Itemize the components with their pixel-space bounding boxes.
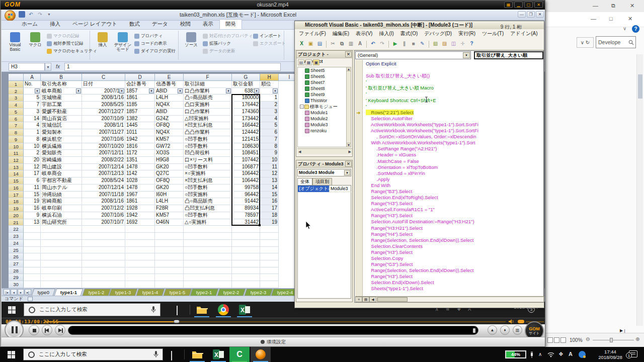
stop-button[interactable] [29,325,39,335]
cell-A30[interactable] [24,281,41,288]
dropbox-icon[interactable]: ❖ [558,351,564,357]
cell-A18[interactable]: 19 [24,198,41,205]
row-header-12[interactable]: 12 [9,157,24,164]
zoom-slider-thumb[interactable] [610,338,613,342]
close-icon[interactable]: ✕ [345,161,352,167]
cell-G15[interactable]: 106442 [232,177,260,185]
cell-E14[interactable]: Q27C [155,170,184,177]
tab-データ[interactable]: データ [146,19,174,29]
cell-C5[interactable]: 2007/12/27 [82,109,125,116]
cell-I28[interactable] [260,267,279,275]
cell-G25[interactable] [232,247,260,254]
cell-I27[interactable] [260,260,279,267]
refresh-icon[interactable]: ∨ ↻ [577,37,594,48]
row-header-7[interactable]: 7 [9,122,24,129]
cell-G21[interactable]: 31442 [232,219,260,226]
cell-F13[interactable]: ○凹手数料 [184,164,232,171]
cell-B12[interactable]: 宮崎繊維 [41,157,82,164]
cell-E8[interactable]: NQ4X [155,129,184,136]
cell-I21[interactable] [260,219,279,226]
help-icon[interactable]: ? [632,25,639,33]
cell-D15[interactable]: 1028 [125,177,155,185]
cell-A15[interactable]: 6 [24,177,41,185]
tab-表示[interactable]: 表示 [197,19,219,29]
cell-F7[interactable]: ×凹支払利息 [184,122,232,129]
cell-F17[interactable]: ○凹実施料 [184,192,232,199]
cell-B24[interactable] [41,240,82,247]
cell-G4[interactable]: 176442 [232,102,260,109]
cell-F19[interactable]: 凸凹支払利息 [184,205,232,212]
file-explorer-icon[interactable] [187,347,207,362]
cell-B20[interactable]: 横浜石油 [41,212,82,219]
cell-I22[interactable] [260,226,279,233]
cell-A20[interactable]: 9 [24,212,41,219]
macro-button[interactable]: マクロ [26,32,45,54]
cell-C21[interactable]: 2007/10/7 [82,219,125,226]
full-view-icon[interactable]: ▤ [362,297,369,302]
cell-I2[interactable] [260,88,279,95]
cell-B4[interactable]: 宇部工業 [41,102,82,109]
cell-B6[interactable]: 岡山百貨店 [41,116,82,123]
cell-A17[interactable]: 15 [24,192,41,199]
cell-G8[interactable]: 124442 [232,129,260,136]
cell-G19[interactable]: 89934 [232,205,260,212]
cell-B14[interactable]: 岐阜商会 [41,170,82,177]
code-text[interactable]: Option Explicit Sub 取引並び替え_大きい順()'' 取引並び… [363,60,543,296]
menu-挿入(I)[interactable]: 挿入(I) [379,30,393,37]
cell-A29[interactable] [24,274,41,281]
cell-D28[interactable] [125,267,155,275]
panel-button[interactable]: ▦ [504,2,513,8]
code-margin[interactable]: ➜ [355,60,363,296]
filter-dropdown-icon[interactable]: ▼ [35,88,40,94]
cell-E20[interactable]: KM57 [155,212,184,219]
hscroll-track[interactable] [377,297,544,302]
cell-B9[interactable]: 横浜航空 [41,136,82,143]
row-header-17[interactable]: 17 [9,192,24,199]
tree-item-Module1[interactable]: Module1 [298,110,347,116]
cell-G12[interactable]: 107442 [232,157,260,164]
tab-挿入[interactable]: 挿入 [44,19,66,29]
cell-I25[interactable] [260,247,279,254]
ribbon-small-拡張パック[interactable]: 拡張パック [203,40,231,47]
tree-item-標準モジュー[interactable]: -標準モジュー [298,104,347,110]
filter-dropdown-icon[interactable]: ▼ [254,88,259,94]
name-box[interactable]: H3 [9,63,45,71]
hscroll-thumb[interactable] [377,297,408,302]
tree-item-Sheet5[interactable]: Sheet5 [298,67,347,73]
cell-G23[interactable] [232,233,260,240]
find-icon[interactable]: A [356,40,364,48]
cell-I29[interactable] [260,274,279,281]
row-header-11[interactable]: 11 [9,150,24,157]
cell-C9[interactable]: 2007/10/6 [82,136,125,143]
undo-icon[interactable]: ↶ [369,40,377,48]
cell-F30[interactable] [184,281,232,288]
cell-D12[interactable]: 1351 [125,157,155,164]
zoom-in-icon[interactable]: ⊕ [635,336,639,342]
cell-B17[interactable]: 沖縄紡績 [41,192,82,199]
filter-dropdown-icon[interactable]: ▼ [226,88,231,94]
row-header-19[interactable]: 19 [9,205,24,212]
cell-G5[interactable]: 174360 [232,109,260,116]
ribbon-small-プロパティ[interactable]: プロパティ [134,32,163,40]
col-header-C[interactable]: C [82,74,125,81]
cell-D4[interactable]: 1185 [125,102,155,109]
restore-icon[interactable]: ⧉ [611,3,615,9]
cell-A12[interactable]: 20 [24,157,41,164]
cell-B21[interactable]: 岡山研究所 [41,219,82,226]
sheet-tab-type1-2[interactable]: type1-2 [82,289,110,296]
taskbar-clock[interactable]: 17:44 2018/09/28 [593,349,628,360]
cell-A28[interactable] [24,267,41,275]
video-frame[interactable]: ↶ ↷ ▼ taiken03_mihon.xls [互換モード] - Micro… [2,10,545,318]
cell-A11[interactable]: 2 [24,150,41,157]
cell-E15[interactable]: OF8Q [155,177,184,185]
cell-A26[interactable] [24,253,41,260]
cell-F11[interactable]: 凹凸荷役料 [184,150,232,157]
cell-D11[interactable]: 1172 [125,150,155,157]
ime-icon[interactable]: A [569,351,573,357]
tree-item-Sheet9[interactable]: Sheet9 [298,92,347,98]
cell-A4[interactable]: 7 [24,102,41,109]
cell-E21[interactable]: O46N [155,219,184,226]
cell-E29[interactable] [155,274,184,281]
cell-C17[interactable]: 2007/11/18 [82,192,125,199]
cell-F1[interactable]: 取引詳細 [184,81,232,88]
